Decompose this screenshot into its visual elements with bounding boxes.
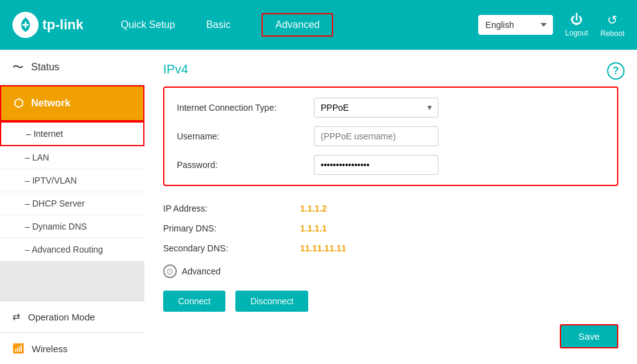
reboot-icon: ↺ bbox=[607, 12, 618, 27]
status-icon: 〜 bbox=[12, 60, 24, 75]
main-layout: 〜 Status ⬡ Network – Internet – LAN – IP… bbox=[0, 50, 637, 364]
sidebar-sub-lan[interactable]: – LAN bbox=[0, 146, 144, 169]
sidebar-status-label: Status bbox=[31, 62, 59, 73]
secondary-dns-row: Secondary DNS: 11.11.11.11 bbox=[163, 238, 618, 258]
primary-dns-value: 1.1.1.1 bbox=[300, 223, 327, 233]
nav-advanced[interactable]: Advanced bbox=[262, 13, 333, 37]
logout-button[interactable]: ⏻ Logout bbox=[565, 12, 588, 37]
password-label: Password: bbox=[177, 160, 314, 170]
sidebar-sub-dynamic-dns[interactable]: – Dynamic DNS bbox=[0, 215, 144, 238]
advanced-toggle-label: Advanced bbox=[182, 266, 220, 276]
primary-dns-label: Primary DNS: bbox=[163, 223, 300, 233]
connection-type-row: Internet Connection Type: PPPoE Dynamic … bbox=[177, 98, 605, 118]
sidebar-sub-internet[interactable]: – Internet bbox=[0, 121, 144, 146]
header-right: English Chinese Spanish French ⏻ Logout … bbox=[478, 12, 625, 38]
connection-type-select-wrap: PPPoE Dynamic IP Static IP L2TP PPTP ▼ bbox=[314, 98, 438, 118]
language-select[interactable]: English Chinese Spanish French bbox=[478, 15, 553, 35]
save-button[interactable]: Save bbox=[560, 324, 618, 348]
ip-address-value: 1.1.1.2 bbox=[300, 203, 327, 213]
header: tp-link Quick Setup Basic Advanced Engli… bbox=[0, 0, 637, 50]
logout-icon: ⏻ bbox=[570, 12, 583, 27]
logo-icon bbox=[12, 12, 39, 38]
ip-address-row: IP Address: 1.1.1.2 bbox=[163, 198, 618, 218]
password-input[interactable] bbox=[314, 155, 438, 175]
toggle-down-icon: ⊙ bbox=[163, 264, 177, 278]
content-area: IPv4 ? Internet Connection Type: PPPoE D… bbox=[144, 50, 637, 364]
password-row: Password: bbox=[177, 155, 605, 175]
disconnect-button[interactable]: Disconnect bbox=[235, 291, 308, 312]
sidebar-item-operation-mode[interactable]: ⇄ Operation Mode bbox=[0, 301, 144, 332]
reboot-label: Reboot bbox=[600, 29, 625, 38]
logout-label: Logout bbox=[565, 29, 588, 37]
sidebar: 〜 Status ⬡ Network – Internet – LAN – IP… bbox=[0, 50, 144, 364]
ip-address-label: IP Address: bbox=[163, 203, 300, 213]
sidebar-item-status[interactable]: 〜 Status bbox=[0, 50, 144, 85]
sidebar-operation-mode-label: Operation Mode bbox=[28, 312, 95, 322]
operation-mode-icon: ⇄ bbox=[12, 311, 21, 322]
wireless-icon: 📶 bbox=[12, 343, 24, 354]
sidebar-sub-dhcp[interactable]: – DHCP Server bbox=[0, 192, 144, 215]
network-icon: ⬡ bbox=[14, 96, 24, 110]
page-title: IPv4 bbox=[163, 62, 618, 77]
sidebar-wireless-label: Wireless bbox=[32, 343, 68, 354]
sidebar-sub-advanced-routing[interactable]: – Advanced Routing bbox=[0, 238, 144, 261]
sidebar-sub-menu: – Internet – LAN – IPTV/VLAN – DHCP Serv… bbox=[0, 121, 144, 261]
connect-button[interactable]: Connect bbox=[163, 291, 225, 312]
username-row: Username: bbox=[177, 126, 605, 146]
connection-type-select[interactable]: PPPoE Dynamic IP Static IP L2TP PPTP bbox=[314, 98, 438, 118]
sidebar-item-network[interactable]: ⬡ Network bbox=[0, 85, 144, 121]
secondary-dns-value: 11.11.11.11 bbox=[300, 243, 346, 253]
sidebar-bottom: ⇄ Operation Mode 📶 Wireless bbox=[0, 301, 144, 364]
reboot-button[interactable]: ↺ Reboot bbox=[600, 12, 625, 38]
nav-quick-setup[interactable]: Quick Setup bbox=[121, 16, 175, 34]
action-buttons: Connect Disconnect bbox=[163, 291, 618, 312]
nav-basic[interactable]: Basic bbox=[206, 16, 230, 34]
sidebar-item-wireless[interactable]: 📶 Wireless bbox=[0, 332, 144, 364]
save-button-wrap: Save bbox=[163, 324, 618, 348]
username-input[interactable] bbox=[314, 126, 438, 146]
username-label: Username: bbox=[177, 131, 314, 141]
logo-text: tp-link bbox=[42, 17, 83, 33]
sidebar-network-label: Network bbox=[31, 98, 70, 109]
secondary-dns-label: Secondary DNS: bbox=[163, 243, 300, 253]
sidebar-sub-iptv[interactable]: – IPTV/VLAN bbox=[0, 169, 144, 192]
form-box: Internet Connection Type: PPPoE Dynamic … bbox=[163, 86, 618, 186]
help-icon[interactable]: ? bbox=[607, 62, 625, 80]
primary-dns-row: Primary DNS: 1.1.1.1 bbox=[163, 218, 618, 238]
logo-area: tp-link bbox=[12, 12, 83, 38]
connection-type-label: Internet Connection Type: bbox=[177, 103, 314, 113]
advanced-toggle[interactable]: ⊙ Advanced bbox=[163, 258, 618, 284]
nav-links: Quick Setup Basic Advanced bbox=[121, 13, 478, 37]
